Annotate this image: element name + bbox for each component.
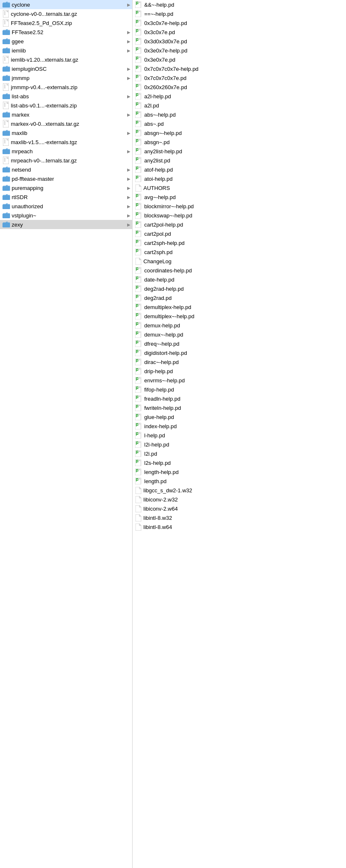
svg-rect-306 (136, 396, 138, 397)
list-item[interactable]: 0x3d0x3d0x7e.pd (133, 37, 346, 46)
list-item[interactable]: index-help.pd (133, 422, 346, 431)
svg-rect-56 (4, 122, 5, 122)
list-item[interactable]: deg2rad.pd (133, 293, 346, 302)
list-item[interactable]: l2i.pd (133, 449, 346, 458)
list-item[interactable]: a2l-help.pd (133, 92, 346, 101)
list-item[interactable]: digidistort-help.pd (133, 348, 346, 357)
list-item[interactable]: AUTHORS (133, 183, 346, 192)
list-item[interactable]: l2i-help.pd (133, 440, 346, 449)
list-item[interactable]: 0x3c0x7e.pd (133, 27, 346, 37)
list-item[interactable]: any2list.pd (133, 156, 346, 165)
list-item[interactable]: 0x3e0x7e.pd (133, 55, 346, 64)
svg-rect-291 (136, 368, 138, 369)
list-item[interactable]: rtlSDR▶ (0, 192, 132, 202)
list-item[interactable]: glue-help.pd (133, 412, 346, 422)
svg-rect-337 (138, 451, 138, 452)
list-item[interactable]: 0x3c0x7e-help.pd (133, 18, 346, 27)
list-item[interactable]: libgcc_s_dw2-1.w32 (133, 486, 346, 495)
list-item[interactable]: iempluginOSC▶ (0, 64, 132, 73)
list-item[interactable]: 0x7c0x7c0x7e.pd (133, 73, 346, 82)
pd-file-icon (135, 459, 143, 466)
list-item[interactable]: vstplugin~▶ (0, 211, 132, 220)
list-item[interactable]: blockswap~-help.pd (133, 211, 346, 220)
list-item[interactable]: abs~-help.pd (133, 110, 346, 119)
list-item[interactable]: cart2sph-help.pd (133, 238, 346, 247)
list-item[interactable]: cart2pol-help.pd (133, 220, 346, 229)
list-item[interactable]: length-help.pd (133, 467, 346, 476)
svg-rect-253 (136, 297, 138, 297)
list-item[interactable]: libintl-8.w64 (133, 522, 346, 531)
list-item[interactable]: deg2rad-help.pd (133, 284, 346, 293)
list-item[interactable]: cyclone▶ (0, 0, 132, 9)
list-item[interactable]: FFTease2.52▶ (0, 27, 132, 37)
list-item[interactable]: ==~-help.pd (133, 9, 346, 18)
list-item[interactable]: zexy▶ (0, 220, 132, 229)
generic-file-icon (135, 496, 142, 503)
list-item[interactable]: length.pd (133, 476, 346, 486)
list-item[interactable]: date-help.pd (133, 275, 346, 284)
list-item[interactable]: libiconv-2.w32 (133, 495, 346, 504)
list-item[interactable]: any2list-help.pd (133, 147, 346, 156)
list-item[interactable]: dirac~-help.pd (133, 357, 346, 367)
list-item[interactable]: l-help.pd (133, 431, 346, 440)
list-item[interactable]: 0x3e0x7e-help.pd (133, 46, 346, 55)
list-item[interactable]: iemlib▶ (0, 46, 132, 55)
list-item[interactable]: abs~.pd (133, 119, 346, 128)
list-item[interactable]: mrpeach▶ (0, 147, 132, 156)
list-item[interactable]: dfreq~-help.pd (133, 339, 346, 348)
list-item[interactable]: blockmirror~-help.pd (133, 202, 346, 211)
list-item[interactable]: &&~-help.pd (133, 0, 346, 9)
list-item[interactable]: netsend▶ (0, 165, 132, 174)
list-item[interactable]: atof-help.pd (133, 165, 346, 174)
list-item[interactable]: maxlib▶ (0, 128, 132, 137)
list-item[interactable]: cart2sph.pd (133, 247, 346, 257)
list-item[interactable]: maxlib-v1.5....-externals.tgz (0, 137, 132, 147)
list-item[interactable]: ggee▶ (0, 37, 132, 46)
list-item[interactable]: list-abs▶ (0, 92, 132, 101)
list-item[interactable]: list-abs-v0.1...-externals.zip (0, 101, 132, 110)
list-item[interactable]: envrms~-help.pd (133, 376, 346, 385)
list-item[interactable]: absgn~-help.pd (133, 128, 346, 137)
list-item[interactable]: markex-v0-0...xternals.tar.gz (0, 119, 132, 128)
svg-rect-48 (4, 105, 5, 105)
folder-icon (3, 130, 10, 136)
list-item[interactable]: 0x260x260x7e.pd (133, 82, 346, 92)
list-item[interactable]: libiconv-2.w64 (133, 504, 346, 513)
list-item[interactable]: fifop-help.pd (133, 385, 346, 394)
list-item[interactable]: freadln-help.pd (133, 394, 346, 403)
list-item[interactable]: markex▶ (0, 110, 132, 119)
list-item[interactable]: avg~-help.pd (133, 192, 346, 202)
folder-icon (3, 111, 10, 118)
list-item[interactable]: absgn~.pd (133, 137, 346, 147)
list-item[interactable]: pd-fftease-master▶ (0, 174, 132, 183)
list-item[interactable]: coordinates-help.pd (133, 266, 346, 275)
list-item[interactable]: ChangeLog (133, 257, 346, 266)
list-item[interactable]: cyclone-v0-0...ternals.tar.gz (0, 9, 132, 18)
list-item[interactable]: puremapping▶ (0, 183, 132, 192)
list-item[interactable]: a2l.pd (133, 101, 346, 110)
svg-rect-116 (136, 29, 138, 30)
list-item[interactable]: libintl-8.w32 (133, 513, 346, 522)
file-name-label: length.pd (144, 478, 344, 484)
list-item[interactable]: drip-help.pd (133, 367, 346, 376)
svg-rect-24 (3, 56, 9, 63)
svg-rect-308 (136, 397, 138, 398)
list-item[interactable]: jmmmp▶ (0, 73, 132, 82)
list-item[interactable]: l2s-help.pd (133, 458, 346, 467)
list-item[interactable]: unauthorized▶ (0, 202, 132, 211)
list-item[interactable]: demultiplex-help.pd (133, 302, 346, 312)
svg-rect-276 (136, 341, 138, 342)
list-item[interactable]: mrpeach-v0-...ternals.tar.gz (0, 156, 132, 165)
list-item[interactable]: cart2pol.pd (133, 229, 346, 238)
list-item[interactable]: 0x7c0x7c0x7e-help.pd (133, 64, 346, 73)
list-item[interactable]: demux-help.pd (133, 321, 346, 330)
list-item[interactable]: demux~-help.pd (133, 330, 346, 339)
list-item[interactable]: demultiplex~-help.pd (133, 312, 346, 321)
list-item[interactable]: FFTease2.5_Pd_OSX.zip (0, 18, 132, 27)
file-name-label: iempluginOSC (12, 66, 127, 72)
list-item[interactable]: jmmmp-v0.4...-externals.zip (0, 82, 132, 92)
list-item[interactable]: atoi-help.pd (133, 174, 346, 183)
list-item[interactable]: iemlib-v1.20...xternals.tar.gz (0, 55, 132, 64)
list-item[interactable]: fwriteln-help.pd (133, 403, 346, 412)
svg-rect-147 (138, 85, 138, 86)
